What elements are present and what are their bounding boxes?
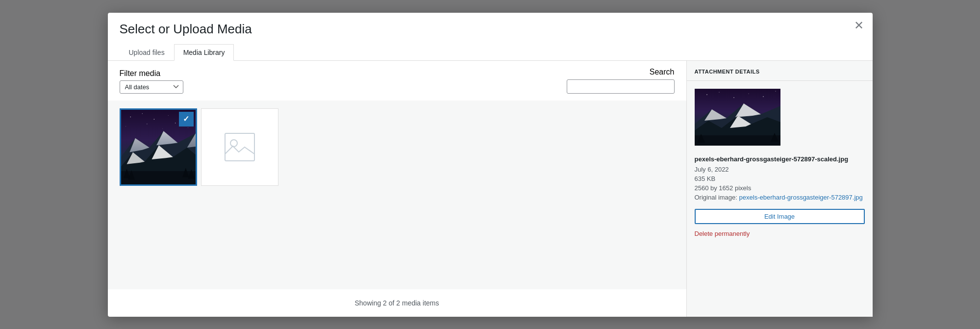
- svg-point-29: [733, 97, 734, 98]
- attachment-filename: pexels-eberhard-grossgasteiger-572897-sc…: [687, 155, 873, 165]
- attachment-dimensions: 2560 by 1652 pixels: [687, 183, 873, 193]
- attachment-thumbnail-image: [695, 89, 780, 146]
- attachment-size: 635 KB: [687, 174, 873, 183]
- selected-check: ✓: [179, 112, 194, 127]
- svg-point-1: [130, 116, 131, 117]
- attachment-thumbnail[interactable]: [687, 81, 873, 155]
- svg-point-3: [153, 119, 154, 119]
- svg-rect-24: [225, 133, 254, 161]
- svg-rect-38: [695, 135, 780, 146]
- media-item-placeholder[interactable]: [201, 108, 278, 186]
- original-link[interactable]: pexels-eberhard-grossgasteiger-572897.jp…: [739, 194, 863, 201]
- svg-point-31: [763, 96, 764, 97]
- modal-body: Filter media All dates January 2023 Febr…: [108, 61, 873, 317]
- svg-point-2: [142, 113, 142, 114]
- edit-image-button[interactable]: Edit Image: [695, 209, 865, 224]
- media-count: Showing 2 of 2 media items: [108, 289, 686, 317]
- attachment-details-panel: ATTACHMENT DETAILS: [686, 61, 873, 317]
- svg-point-11: [188, 127, 188, 128]
- media-grid: ✓: [120, 108, 675, 186]
- filter-col: Filter media All dates January 2023 Febr…: [120, 69, 183, 94]
- attachment-original: Original image: pexels-eberhard-grossgas…: [687, 193, 873, 205]
- media-grid-area: ✓: [108, 101, 686, 289]
- svg-point-27: [706, 94, 707, 95]
- search-label: Search: [650, 68, 675, 76]
- attachment-details-title: ATTACHMENT DETAILS: [687, 61, 873, 81]
- svg-point-4: [168, 115, 168, 116]
- svg-point-30: [748, 93, 749, 94]
- filter-row: Filter media All dates January 2023 Febr…: [108, 61, 686, 101]
- media-area: Filter media All dates January 2023 Febr…: [108, 61, 686, 317]
- placeholder-icon: [224, 132, 255, 162]
- search-input[interactable]: [567, 79, 675, 94]
- tab-upload[interactable]: Upload files: [120, 44, 174, 61]
- modal-title: Select or Upload Media: [120, 22, 861, 37]
- tab-media-library[interactable]: Media Library: [174, 44, 234, 61]
- original-label: Original image:: [695, 194, 737, 201]
- svg-point-32: [775, 91, 776, 91]
- svg-point-28: [719, 92, 719, 92]
- filter-media-label: Filter media: [120, 69, 183, 78]
- search-area: Search: [567, 68, 675, 94]
- media-modal: Select or Upload Media ✕ Upload files Me…: [108, 13, 873, 317]
- svg-point-9: [162, 128, 163, 129]
- svg-point-25: [230, 140, 237, 147]
- svg-point-10: [175, 123, 175, 123]
- date-filter-select[interactable]: All dates January 2023 February 2023 Jul…: [120, 80, 183, 94]
- attachment-date: July 6, 2022: [687, 165, 873, 174]
- modal-header: Select or Upload Media ✕ Upload files Me…: [108, 13, 873, 61]
- svg-point-8: [147, 124, 147, 124]
- modal-overlay: Select or Upload Media ✕ Upload files Me…: [0, 0, 980, 329]
- modal-tabs: Upload files Media Library: [120, 44, 861, 60]
- media-item[interactable]: ✓: [120, 108, 197, 186]
- svg-point-7: [126, 126, 126, 127]
- modal-close-button[interactable]: ✕: [854, 20, 864, 31]
- delete-permanently-link[interactable]: Delete permanently: [687, 228, 873, 245]
